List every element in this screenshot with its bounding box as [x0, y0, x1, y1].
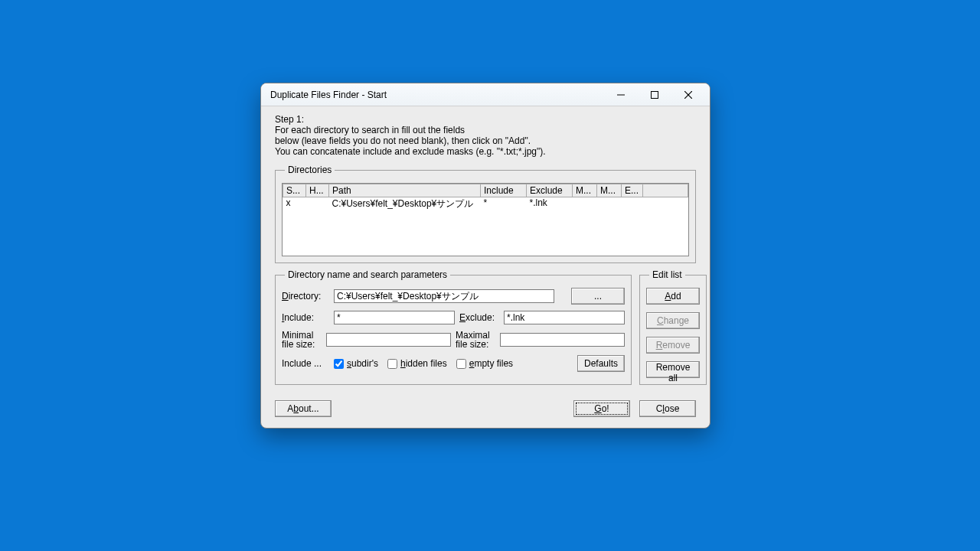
instructions-step: Step 1:	[275, 114, 696, 125]
close-button[interactable]	[671, 84, 705, 106]
window-title: Duplicate Files Finder - Start	[270, 90, 604, 100]
cell-path: C:¥Users¥felt_¥Desktop¥サンプル	[329, 197, 481, 211]
col-s[interactable]: S...	[283, 184, 306, 197]
cell-s: x	[283, 197, 306, 211]
min-size-input[interactable]	[326, 333, 451, 347]
directory-label: Directory:	[282, 291, 329, 302]
max-size-label: Maximalfile size:	[456, 331, 495, 349]
cell-exclude: *.lnk	[527, 197, 573, 211]
params-group: Directory name and search parameters Dir…	[275, 269, 632, 385]
include-opts-label: Include ...	[282, 358, 329, 369]
instructions-line1: For each directory to search in fill out…	[275, 125, 696, 135]
hidden-checkbox[interactable]: hidden files	[387, 358, 447, 369]
params-legend: Directory name and search parameters	[285, 269, 450, 280]
instructions: Step 1: For each directory to search in …	[275, 114, 696, 157]
browse-button[interactable]: ...	[571, 288, 625, 305]
go-button[interactable]: Go!	[573, 400, 630, 417]
close-dialog-button[interactable]: Close	[639, 400, 696, 417]
directory-input[interactable]	[334, 289, 554, 303]
col-exclude[interactable]: Exclude	[527, 184, 573, 197]
empty-checkbox[interactable]: empty files	[456, 358, 513, 369]
exclude-input[interactable]	[504, 311, 625, 324]
change-button[interactable]: Change	[646, 312, 700, 329]
subdirs-checkbox[interactable]: subdir's	[334, 358, 378, 369]
remove-all-button[interactable]: Remove all	[646, 361, 700, 378]
remove-button[interactable]: Remove	[646, 337, 700, 354]
col-h[interactable]: H...	[306, 184, 329, 197]
col-blank[interactable]	[643, 184, 688, 197]
add-button[interactable]: Add	[646, 288, 700, 305]
col-m1[interactable]: M...	[573, 184, 597, 197]
cell-e	[622, 197, 643, 211]
directories-group: Directories S... H... Path Include	[275, 165, 696, 263]
titlebar[interactable]: Duplicate Files Finder - Start	[261, 83, 710, 106]
about-button[interactable]: About...	[275, 400, 332, 417]
instructions-line3: You can concatenate include and exclude …	[275, 146, 696, 157]
table-row[interactable]: x C:¥Users¥felt_¥Desktop¥サンプル * *.lnk	[283, 197, 688, 211]
instructions-line2: below (leave fields you do not need blan…	[275, 135, 696, 146]
footer: About... Go! Close	[275, 400, 696, 417]
include-label: Include:	[282, 312, 329, 323]
maximize-button[interactable]	[638, 84, 671, 106]
cell-m1	[573, 197, 597, 211]
editlist-group: Edit list Add Change Remove Remove all	[639, 269, 707, 385]
cell-m2	[597, 197, 622, 211]
defaults-button[interactable]: Defaults	[577, 355, 625, 372]
max-size-input[interactable]	[500, 333, 625, 347]
col-m2[interactable]: M...	[597, 184, 622, 197]
cell-include: *	[481, 197, 527, 211]
minimize-button[interactable]	[604, 84, 638, 106]
exclude-label: Exclude:	[459, 313, 499, 322]
col-path[interactable]: Path	[329, 184, 481, 197]
col-e[interactable]: E...	[622, 184, 643, 197]
directories-table[interactable]: S... H... Path Include Exclude M... M...…	[282, 183, 689, 256]
editlist-legend: Edit list	[649, 269, 685, 280]
dialog-window: Duplicate Files Finder - Start Step 1: F…	[260, 83, 710, 429]
cell-h	[306, 197, 329, 211]
min-size-label: Minimalfile size:	[282, 331, 322, 349]
include-input[interactable]	[334, 311, 455, 324]
client-area: Step 1: For each directory to search in …	[261, 106, 710, 428]
table-header[interactable]: S... H... Path Include Exclude M... M...…	[283, 184, 688, 197]
directories-legend: Directories	[285, 165, 335, 175]
col-include[interactable]: Include	[481, 184, 527, 197]
svg-rect-1	[652, 91, 658, 98]
